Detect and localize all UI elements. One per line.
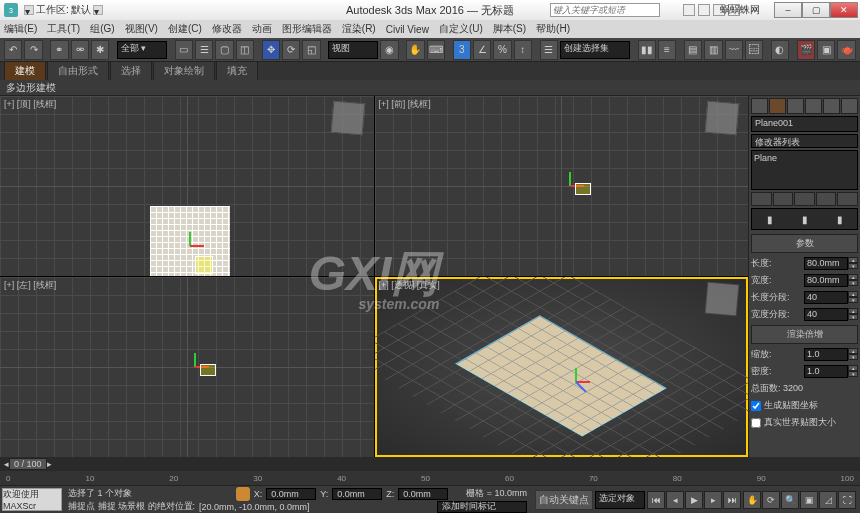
display-tab-icon[interactable] [823,98,840,114]
zoom-extents-icon[interactable]: ▣ [800,491,818,509]
next-key-icon[interactable]: ▸ [47,459,52,469]
menu-group[interactable]: 组(G) [90,22,114,36]
select-by-name-button[interactable]: ☰ [195,40,213,60]
ref-coord-system[interactable]: 视图 [328,41,378,59]
viewport-label-top[interactable]: [+] [顶] [线框] [4,98,56,111]
modify-tab-icon[interactable] [769,98,786,114]
modifier-list-dropdown[interactable]: 修改器列表 [751,134,858,148]
z-coord-field[interactable]: 0.0mm [398,488,448,500]
autokey-button[interactable]: 自动关键点 [535,490,593,510]
render-setup-button[interactable]: 🎬 [797,40,815,60]
menu-customize[interactable]: 自定义(U) [439,22,483,36]
time-slider-handle[interactable]: 0 / 100 [9,458,47,470]
make-unique-icon[interactable] [794,192,815,206]
search-icon[interactable] [683,4,695,16]
pin-stack-icon[interactable] [751,192,772,206]
scale-input[interactable] [804,348,848,361]
viewport-left[interactable]: [+] [左] [线框] [0,277,374,457]
object-name-field[interactable]: Plane001 [751,116,858,132]
goto-start-icon[interactable]: ⏮ [647,491,665,509]
spinner-snap-button[interactable]: ↕ [514,40,532,60]
named-selection-dropdown[interactable]: 创建选择集 [560,41,630,59]
align-button[interactable]: ≡ [658,40,676,60]
select-region-button[interactable]: ▢ [215,40,233,60]
material-editor-button[interactable]: ◐ [771,40,789,60]
window-crossing-button[interactable]: ◫ [236,40,254,60]
workspace-dropdown-icon[interactable]: ▾ [93,5,103,15]
layer-explorer-button[interactable]: ▤ [684,40,702,60]
viewport-label-left[interactable]: [+] [左] [线框] [4,279,56,292]
motion-tab-icon[interactable] [805,98,822,114]
snap-toggle-3[interactable]: 3 [453,40,471,60]
mirror-button[interactable]: ▮▮ [638,40,656,60]
orbit-icon[interactable]: ⟳ [762,491,780,509]
zoom-icon[interactable]: 🔍 [781,491,799,509]
fov-icon[interactable]: ◿ [819,491,837,509]
menu-create[interactable]: 创建(C) [168,22,202,36]
width-input[interactable] [804,274,848,287]
select-object-button[interactable]: ▭ [175,40,193,60]
named-selection-button[interactable]: ☰ [540,40,558,60]
gen-uv-checkbox[interactable] [751,401,761,411]
time-tag-field[interactable]: 添加时间标记 [437,501,527,513]
density-input[interactable] [804,365,848,378]
create-tab-icon[interactable] [751,98,768,114]
menu-modifiers[interactable]: 修改器 [212,22,242,36]
minimize-button[interactable]: – [774,2,802,18]
configure-sets-icon[interactable] [837,192,858,206]
ribbon-tab-selection[interactable]: 选择 [110,61,152,80]
menu-dropdown-icon[interactable]: ▾ [24,5,34,15]
slot-icon[interactable]: ▮ [837,214,843,225]
toggle-ribbon-button[interactable]: ▥ [704,40,722,60]
keymode-dropdown[interactable]: 选定对象 [595,491,645,509]
schematic-view-button[interactable]: ⿳ [745,40,763,60]
pivot-center-button[interactable]: ◉ [380,40,398,60]
stack-item-plane[interactable]: Plane [754,153,855,163]
gen-uv-check[interactable]: 生成贴图坐标 [751,399,858,412]
goto-end-icon[interactable]: ⏭ [723,491,741,509]
pan-icon[interactable]: ✋ [743,491,761,509]
redo-button[interactable]: ↷ [24,40,42,60]
rollup-render-multipliers[interactable]: 渲染倍增 [751,325,858,344]
prev-frame-icon[interactable]: ◂ [666,491,684,509]
selection-lock-icon[interactable] [236,487,250,501]
close-button[interactable]: ✕ [830,2,858,18]
utilities-tab-icon[interactable] [841,98,858,114]
ribbon-tab-populate[interactable]: 填充 [216,61,258,80]
curve-editor-button[interactable]: 〰 [725,40,743,60]
viewcube-icon[interactable] [705,282,740,317]
spinner-down-icon[interactable]: ▾ [848,263,858,269]
y-coord-field[interactable]: 0.0mm [332,488,382,500]
undo-button[interactable]: ↶ [4,40,22,60]
maximize-button[interactable]: ▢ [802,2,830,18]
wsegs-input[interactable] [804,308,848,321]
viewport-perspective[interactable]: [+] [透视] [真实] [375,277,749,457]
time-slider[interactable]: ◂ 0 / 100 ▸ [0,457,860,471]
menu-grapheditor[interactable]: 图形编辑器 [282,22,332,36]
signin-icon[interactable] [698,4,710,16]
unlink-button[interactable]: ⚮ [71,40,89,60]
realworld-checkbox[interactable] [751,418,761,428]
menu-help[interactable]: 帮助(H) [536,22,570,36]
play-icon[interactable]: ▶ [685,491,703,509]
angle-snap-button[interactable]: ∠ [473,40,491,60]
hierarchy-tab-icon[interactable] [787,98,804,114]
viewport-top[interactable]: [+] [顶] [线框] [0,96,374,276]
move-button[interactable]: ✥ [262,40,280,60]
percent-snap-button[interactable]: % [493,40,511,60]
menu-script[interactable]: 脚本(S) [493,22,526,36]
ribbon-tab-freeform[interactable]: 自由形式 [47,61,109,80]
remove-modifier-icon[interactable] [816,192,837,206]
viewcube-icon[interactable] [705,101,740,136]
length-input[interactable] [804,257,848,270]
modifier-stack[interactable]: Plane [751,150,858,190]
viewport-front[interactable]: [+] [前] [线框] [375,96,749,276]
show-end-result-icon[interactable] [773,192,794,206]
viewcube-icon[interactable] [330,101,365,136]
scale-button[interactable]: ◱ [302,40,320,60]
selection-filter[interactable]: 全部 ▾ [117,41,167,59]
menu-tools[interactable]: 工具(T) [47,22,80,36]
workspace-selector[interactable]: 默认 [71,3,91,17]
menu-view[interactable]: 视图(V) [125,22,158,36]
slot-icon[interactable]: ▮ [767,214,773,225]
